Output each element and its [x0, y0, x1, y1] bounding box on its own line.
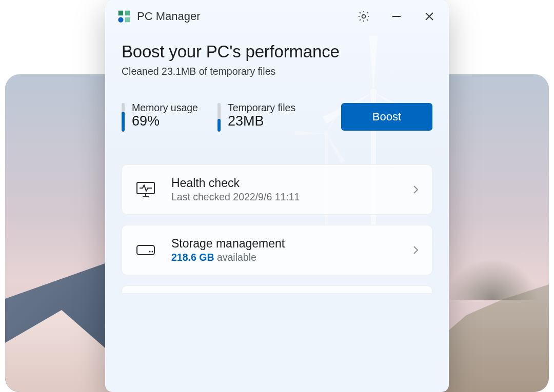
svg-point-13: [149, 251, 151, 253]
temp-bar-fill: [217, 119, 221, 132]
memory-label: Memory usage: [132, 102, 198, 114]
gear-icon: [357, 10, 370, 23]
svg-rect-12: [137, 245, 154, 255]
memory-bar-fill: [122, 112, 125, 132]
health-check-subtitle: Last checked 2022/9/6 11:11: [171, 191, 397, 203]
app-logo-icon: [116, 9, 132, 24]
chevron-right-icon: [412, 184, 419, 195]
storage-title: Storage management: [171, 237, 397, 251]
health-check-card[interactable]: Health check Last checked 2022/9/6 11:11: [122, 164, 432, 215]
storage-available-suffix: available: [214, 252, 256, 263]
temp-value: 23MB: [228, 113, 295, 129]
storage-available-value: 218.6 GB: [171, 252, 214, 263]
temp-label: Temporary files: [228, 102, 295, 114]
svg-point-4: [118, 17, 123, 22]
close-icon: [423, 10, 436, 23]
stats-row: Memory usage 69% Temporary files 23MB Bo…: [122, 102, 432, 132]
storage-management-card[interactable]: Storage management 218.6 GB available: [122, 225, 432, 275]
settings-button[interactable]: [355, 8, 372, 25]
chevron-right-icon: [412, 245, 419, 255]
app-title: PC Manager: [137, 10, 350, 23]
pc-manager-window: PC Manager Boost your PC's p: [105, 0, 449, 392]
boost-button[interactable]: Boost: [341, 103, 432, 131]
svg-point-5: [362, 15, 366, 18]
minimize-icon: [390, 10, 403, 23]
titlebar: PC Manager: [105, 0, 449, 31]
memory-usage-stat: Memory usage 69%: [122, 102, 198, 132]
memory-bar: [122, 103, 125, 132]
storage-icon: [135, 240, 156, 260]
card-stub: [122, 285, 432, 294]
temp-bar: [217, 103, 221, 132]
headline: Boost your PC's performance: [122, 42, 432, 61]
minimize-button[interactable]: [388, 8, 405, 25]
temp-files-stat: Temporary files 23MB: [217, 102, 295, 132]
storage-subtitle: 218.6 GB available: [171, 252, 397, 263]
health-check-title: Health check: [171, 176, 397, 190]
close-button[interactable]: [421, 8, 438, 25]
memory-value: 69%: [132, 113, 198, 129]
svg-point-14: [152, 251, 153, 253]
cleanup-status: Cleaned 23.1MB of temporary files: [122, 66, 432, 77]
health-check-icon: [135, 179, 156, 200]
